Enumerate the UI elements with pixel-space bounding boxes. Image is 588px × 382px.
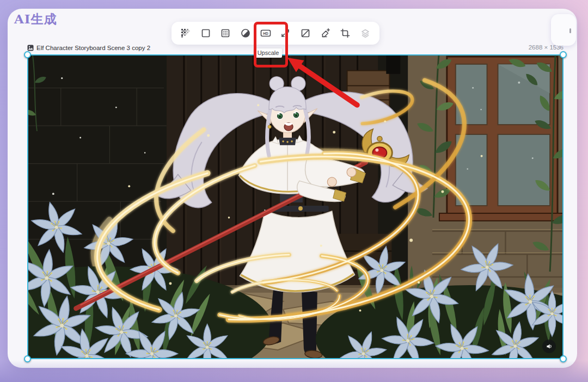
canvas-image[interactable] [27,54,564,359]
image-thumbnail-icon [27,45,34,51]
transparency-tool-button[interactable] [178,26,193,41]
grid-square-icon [220,28,231,39]
expand-tool-button[interactable] [278,26,293,41]
floating-toolbar: HD [171,22,379,45]
expand-arrows-icon [280,28,291,39]
crop-tool-button[interactable] [338,26,353,41]
frame-tool-button[interactable] [198,26,213,41]
upscale-tooltip: Upscale [254,48,282,58]
artwork-scene [28,56,562,358]
sound-button[interactable] [542,340,556,353]
replace-image-tool-button[interactable] [298,26,313,41]
square-outline-icon [200,28,211,39]
svg-text:HD: HD [263,32,268,35]
magic-eraser-icon [320,28,331,39]
dither-pattern-icon [180,28,191,39]
image-title-row: Elf Character Storyboard Scene 3 copy 2 [27,44,150,52]
layers-icon [360,28,371,39]
selection-handle-bottom-right[interactable] [560,355,567,362]
upscale-tool-button[interactable]: HD [258,26,273,41]
pattern-tool-button[interactable] [218,26,233,41]
adjust-tool-button[interactable] [238,26,253,41]
hd-badge-icon: HD [260,28,272,39]
image-title-label: Elf Character Storyboard Scene 3 copy 2 [36,45,150,51]
grip-icon [569,28,571,33]
crop-icon [340,28,351,39]
side-panel-handle[interactable] [551,14,576,46]
speaker-icon [546,342,553,350]
magic-eraser-tool-button[interactable] [318,26,333,41]
selection-handle-bottom-left[interactable] [24,355,31,362]
page-title: AI生成 [14,11,57,28]
image-dimensions-label: 2688 × 1536 [479,44,564,51]
image-slash-icon [300,28,311,39]
layers-tool-button [358,26,373,41]
contrast-icon [240,28,251,39]
selection-handle-top-right[interactable] [560,51,567,58]
